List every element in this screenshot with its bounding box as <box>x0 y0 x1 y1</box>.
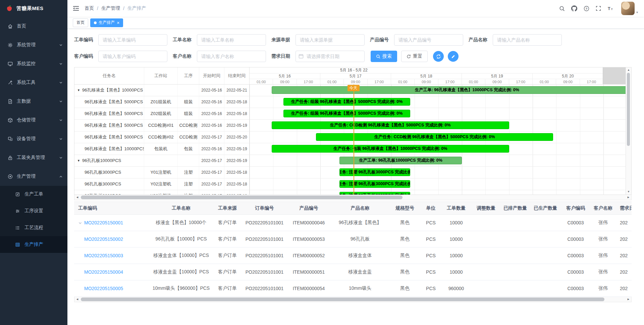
gantt-bar-task[interactable]: 生产任务: 注塑 96孔孔板3000PCS 完成比例: 0% <box>339 192 410 195</box>
scroll-up-icon[interactable]: ▲ <box>627 68 630 72</box>
gantt-grid-row[interactable]: 96孔移液盒【黑色】5000PCS Z02组装机 组装 2022-05-16 2… <box>74 108 249 120</box>
search-button[interactable]: 搜索 <box>371 51 397 62</box>
gantt-horizontal-scrollbar[interactable]: ◄ ► <box>74 195 632 200</box>
github-icon[interactable] <box>571 5 577 11</box>
gantt-bar-task[interactable]: 生产任务: CCD检测 96孔移液盒【黑色】5000PCS 完成比例: 0% <box>316 133 553 141</box>
sidebar-item-label: 主数据 <box>17 98 31 104</box>
sidebar-item-equipment-management[interactable]: 设备管理 <box>0 129 67 148</box>
help-icon[interactable]: ? <box>584 6 589 11</box>
scroll-right-icon[interactable]: ► <box>626 298 631 301</box>
sidebar-item-production-management[interactable]: 生产管理 <box>0 167 67 186</box>
scroll-right-icon[interactable]: ► <box>626 196 631 199</box>
work-order-name-input[interactable] <box>197 34 266 46</box>
order-cell <box>500 264 530 280</box>
close-icon[interactable]: × <box>117 20 119 25</box>
order-link[interactable]: MO202205150002 <box>84 236 123 242</box>
sidebar-item-warehouse-management[interactable]: 仓储管理 <box>0 111 67 129</box>
gantt-grid-row[interactable]: 96孔孔板3000PCS Y01注塑机 注塑 2022-05-17 2022-0… <box>74 167 249 178</box>
task-end: 2022-05-18 <box>224 178 249 190</box>
sidebar-item-home[interactable]: 首页 <box>0 17 67 36</box>
gantt-bar-task[interactable]: 生产任务: 注塑 96孔孔板3000PCS 完成比例: 0% <box>339 180 410 188</box>
breadcrumb-item[interactable]: 首页 <box>85 5 94 11</box>
avatar[interactable] <box>621 2 635 15</box>
order-link[interactable]: MO202205150005 <box>84 286 123 291</box>
order-link[interactable]: MO202205150003 <box>84 253 123 258</box>
user-menu[interactable]: ▾ <box>621 2 638 15</box>
tab-home[interactable]: 首页 <box>73 18 88 27</box>
sidebar-item-system-monitor[interactable]: 系统监控 <box>0 54 67 73</box>
orders-horizontal-scrollbar[interactable]: ◄ ► <box>74 297 632 302</box>
work-order-code-input[interactable] <box>98 34 167 46</box>
sidebar-subitem-production-workorder[interactable]: 生产工单 <box>0 186 67 203</box>
order-cell: PCS <box>421 215 441 231</box>
edit-circle-button[interactable] <box>448 51 459 62</box>
sidebar-item-system-tools[interactable]: 系统工具 <box>0 73 67 92</box>
gantt-vertical-scrollbar[interactable]: ▲ ▼ <box>626 67 631 195</box>
gantt-bar-project[interactable]: 生产工单: 96孔移液盒【黑色】10000PCS 完成比例: 0% <box>272 86 626 94</box>
scroll-down-icon[interactable]: ▼ <box>627 190 630 194</box>
filter-label-work-order-name: 工单名称 <box>173 37 194 43</box>
search-icon[interactable] <box>559 6 565 11</box>
gantt-vscroll-track[interactable] <box>626 72 631 190</box>
gantt-grid-row[interactable]: ▼ 96孔移液盒【黑色】10000PCS 2022-05-16 2022-05-… <box>74 85 249 96</box>
order-row[interactable]: MO20220515000296孔孔板【10000】PCS客户订单PO20220… <box>74 231 632 248</box>
gantt-bar-project[interactable]: 生产工单: 96孔孔板10000PCS 完成比例: 0% <box>339 157 462 164</box>
sidebar-subitem-production-scheduling[interactable]: 生产排产 <box>0 236 67 253</box>
order-row[interactable]: MO202205150001移液盒【黑色】10000个客户订单PO2022051… <box>74 215 632 231</box>
orders-hscroll-track[interactable] <box>80 297 626 302</box>
orders-table: 工单编码工单名称工单来源订单编号产品编号产品名称规格型号单位工单数量调整数量已排… <box>74 202 632 297</box>
fullscreen-icon[interactable] <box>596 6 601 11</box>
gantt-range-label: 5月 16 - 5月 22 <box>340 67 367 73</box>
order-row[interactable]: MO202205150004移液盒盒盖【10000】PCS客户订单PO20220… <box>74 264 632 280</box>
gantt-bar-task[interactable]: 生产任务: CCD检测 96孔移液盒【黑色】5000PCS 完成比例: 0% <box>272 121 509 129</box>
customer-name-input[interactable] <box>197 51 266 62</box>
sidebar-item-master-data[interactable]: 主数据 <box>0 92 67 111</box>
order-link[interactable]: MO202205150004 <box>84 269 123 275</box>
scroll-left-icon[interactable]: ◄ <box>74 196 80 199</box>
device-icon <box>7 137 13 142</box>
product-name-input[interactable] <box>493 34 562 46</box>
gantt-grid-row[interactable]: 96孔孔板3000PCS Y03注塑机 注塑 2022-05-17 2022-0… <box>74 190 249 195</box>
hamburger-icon[interactable] <box>73 6 79 11</box>
order-row[interactable]: MO20220515000510mm吸头【960000】PCS客户订单PO202… <box>74 280 632 297</box>
order-cell: 96孔孔板 <box>331 231 389 248</box>
demand-date-input[interactable] <box>296 51 365 62</box>
sidebar-subitem-process-flow[interactable]: 工艺流程 <box>0 219 67 236</box>
gantt-vscroll-thumb[interactable] <box>627 73 630 146</box>
tab-production-scheduling[interactable]: 生产排产 × <box>90 18 123 27</box>
collapse-caret-icon[interactable]: ▼ <box>77 159 80 162</box>
gantt-grid-row[interactable]: 96孔孔板3000PCS Y02注塑机 注塑 2022-05-17 2022-0… <box>74 178 249 190</box>
font-size-icon[interactable]: TT <box>607 6 613 11</box>
expand-caret-icon[interactable] <box>78 221 84 225</box>
gantt-grid-row[interactable]: 96孔移液盒【黑色】5000PCS Z01组装机 组装 2022-05-16 2… <box>74 96 249 108</box>
sidebar-subitem-process-settings[interactable]: 工序设置 <box>0 203 67 219</box>
gantt-bar-task[interactable]: 生产任务: 组装 96孔移液盒【黑色】5000PCS 完成比例: 0% <box>283 98 410 106</box>
gantt-bar-task[interactable]: 生产任务: 包装 96孔移液盒【黑色】10000PCS 完成比例: 0% <box>272 145 509 153</box>
source-doc-input[interactable] <box>296 34 365 46</box>
gantt-hscroll-track[interactable] <box>80 195 626 200</box>
gantt-grid-row[interactable]: ▼ 96孔孔板10000PCS 2022-05-17 2022-05-19 <box>74 155 249 167</box>
tab-label: 首页 <box>76 20 85 25</box>
order-link[interactable]: MO202205150001 <box>84 220 123 225</box>
orders-column-header: 工单数量 <box>441 202 472 215</box>
breadcrumb-item[interactable]: 生产管理 <box>101 5 120 11</box>
sidebar-item-fixture-management[interactable]: 工装夹具管理 <box>0 148 67 167</box>
collapse-caret-icon[interactable]: ▼ <box>77 89 80 92</box>
logo[interactable]: 苦糖果MES <box>0 0 67 17</box>
scroll-left-icon[interactable]: ◄ <box>74 298 80 301</box>
order-cell: 10000 <box>441 231 472 248</box>
gantt-bar-task[interactable]: 生产任务: 注塑 96孔孔板3000PCS 完成比例: 0% <box>339 168 410 176</box>
reset-button[interactable]: 重置 <box>401 51 428 62</box>
orders-hscroll-thumb[interactable] <box>81 297 604 301</box>
breadcrumb-separator: / <box>123 6 124 11</box>
order-row[interactable]: MO202205150003移液盒盒体【10000】PCS客户订单PO20220… <box>74 248 632 264</box>
gantt-grid-row[interactable]: 96孔移液盒【黑色】10000PCS 包装机 包装 2022-05-16 202… <box>74 143 249 155</box>
product-code-input[interactable] <box>394 34 463 46</box>
gantt-bar-task[interactable]: 生产任务: 组装 96孔移液盒【黑色】5000PCS 完成比例: 0% <box>283 110 410 117</box>
gantt-hscroll-thumb[interactable] <box>81 196 402 199</box>
gantt-grid-row[interactable]: 96孔移液盒【黑色】5000PCS CCD检测#02 CCD检测 2022-05… <box>74 131 249 143</box>
customer-code-input[interactable] <box>98 51 167 62</box>
sidebar-item-system-management[interactable]: 系统管理 <box>0 36 67 54</box>
refresh-circle-button[interactable] <box>433 51 444 62</box>
gantt-grid-row[interactable]: 96孔移液盒【黑色】5000PCS CCD检测#01 CCD检测 2022-05… <box>74 120 249 131</box>
